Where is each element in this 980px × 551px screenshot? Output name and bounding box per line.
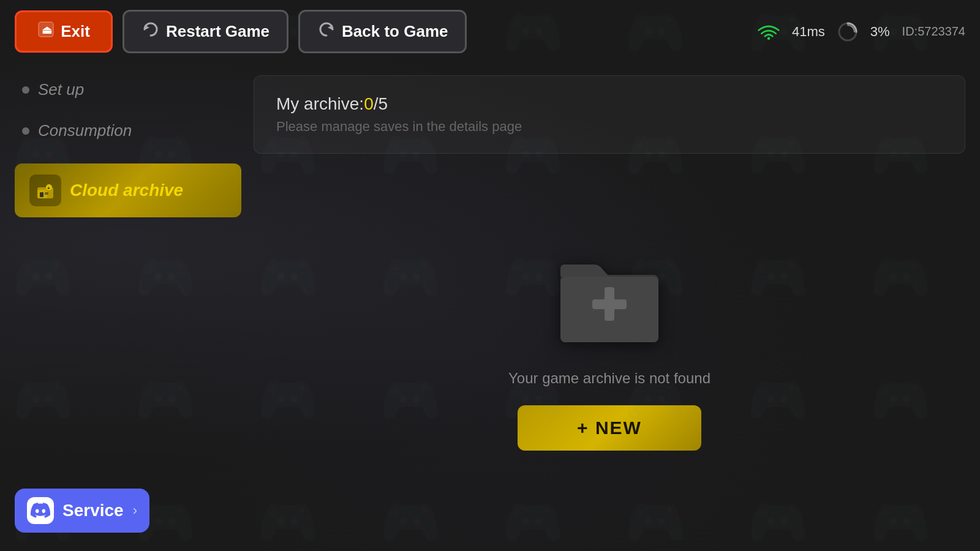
restart-icon [141,20,160,43]
new-archive-button[interactable]: + NEW [518,405,701,451]
cpu-spinner-icon [837,21,858,42]
archive-title-prefix: My archive: [276,94,364,113]
archive-count-max: 5 [379,94,388,113]
discord-icon [27,497,54,524]
top-bar: ⏏ Exit Restart Game Back to Game [0,0,980,63]
consumption-label: Consumption [38,121,132,140]
device-id: ID:5723374 [902,24,965,39]
setup-dot [22,86,29,94]
service-label: Service [62,501,124,520]
content-area: My archive:0/5 Please manage saves in th… [254,63,965,526]
restart-game-button[interactable]: Restart Game [123,10,288,53]
cloud-archive-label: Cloud archive [70,181,183,200]
archive-title: My archive:0/5 [276,94,943,114]
svg-rect-9 [45,192,48,195]
latency-value: 41ms [792,24,825,40]
archive-slash: / [374,94,379,113]
consumption-dot [22,127,29,135]
wifi-icon [758,23,780,40]
sidebar-item-consumption[interactable]: Consumption [15,116,241,145]
exit-label: Exit [61,22,90,41]
archive-count-current: 0 [364,94,374,113]
cpu-percent-value: 3% [870,24,890,40]
back-icon [317,20,336,43]
empty-archive-folder-icon [548,241,671,351]
cloud-archive-icon: + [29,174,61,206]
svg-text:⏏: ⏏ [42,24,52,36]
back-to-game-button[interactable]: Back to Game [298,10,467,53]
archive-header: My archive:0/5 Please manage saves in th… [254,75,965,154]
sidebar-item-setup[interactable]: Set up [15,75,241,104]
restart-label: Restart Game [166,22,270,41]
exit-icon: ⏏ [37,21,55,42]
status-bar: 41ms 3% ID:5723374 [758,21,965,42]
svg-point-4 [767,37,771,40]
setup-label: Set up [38,80,84,99]
svg-rect-15 [592,299,627,309]
svg-marker-3 [328,25,333,30]
svg-text:+: + [47,186,50,191]
cloud-archive-button[interactable]: + Cloud archive [15,163,241,217]
archive-content: Your game archive is not found + NEW [254,166,965,526]
archive-subtitle: Please manage saves in the details page [276,119,943,135]
service-arrow-icon: › [133,503,137,519]
main-layout: Set up Consumption + Cloud archive [0,63,980,541]
svg-rect-8 [40,192,43,197]
new-archive-label: + NEW [577,418,642,438]
back-to-game-label: Back to Game [342,22,448,41]
service-button[interactable]: Service › [15,489,149,533]
archive-empty-text: Your game archive is not found [508,370,710,387]
exit-button[interactable]: ⏏ Exit [15,10,113,53]
sidebar: Set up Consumption + Cloud archive [15,63,254,526]
svg-marker-2 [145,25,149,30]
